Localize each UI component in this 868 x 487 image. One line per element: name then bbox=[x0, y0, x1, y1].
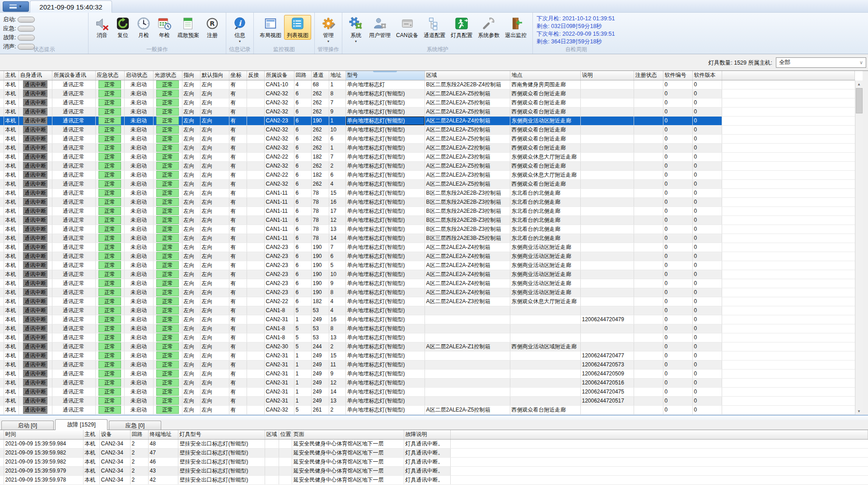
user-manage-button[interactable]: 用户管理 bbox=[366, 15, 393, 40]
cell-register-state[interactable] bbox=[634, 387, 663, 396]
cell-host[interactable]: 本机 bbox=[4, 243, 19, 252]
cell-model[interactable]: 单向地埋标志灯(智能型) bbox=[345, 333, 425, 342]
cell-light-state[interactable]: 正常 bbox=[153, 234, 182, 243]
cell-emergency-state[interactable]: 正常 bbox=[95, 215, 124, 225]
system-button[interactable]: 系统 ▼ bbox=[345, 15, 366, 43]
lamp-config-button[interactable]: 灯具配置 bbox=[448, 15, 475, 40]
cell-note[interactable] bbox=[580, 161, 634, 170]
cell-start-state[interactable]: 未启动 bbox=[124, 315, 153, 324]
table-row[interactable]: 本机通讯中断通讯正常正常未启动正常左向左向有CAN2-2361909单向地埋标志… bbox=[0, 279, 855, 288]
cell-software-version[interactable]: 0 bbox=[692, 243, 722, 252]
column-header-loop[interactable]: 回路 bbox=[294, 71, 311, 80]
cell-software-no[interactable]: 0 bbox=[663, 387, 692, 396]
cell-device-comm[interactable]: 通讯正常 bbox=[52, 134, 95, 143]
cell-software-version[interactable]: 0 bbox=[692, 270, 722, 279]
cell-direction[interactable]: 左向 bbox=[182, 333, 200, 342]
cell-light-state[interactable]: 正常 bbox=[153, 225, 182, 234]
cell-coordinate[interactable]: 有 bbox=[229, 98, 247, 107]
cell-software-version[interactable]: 0 bbox=[692, 179, 722, 188]
cell-direction[interactable]: 左向 bbox=[182, 243, 200, 252]
cell-model[interactable]: 单向地埋标志灯(智能型) bbox=[345, 134, 425, 143]
cell-reverse[interactable] bbox=[247, 360, 264, 369]
cell-software-version[interactable]: 0 bbox=[692, 197, 722, 206]
cell-channel[interactable]: 190 bbox=[311, 243, 329, 252]
cell-loop[interactable]: 1 bbox=[294, 378, 311, 387]
cell-software-no[interactable]: 0 bbox=[663, 225, 692, 234]
cell-software-version[interactable]: 0 bbox=[692, 369, 722, 378]
cell-channel[interactable]: 249 bbox=[311, 396, 329, 405]
cell-note[interactable] bbox=[580, 134, 634, 143]
cell-reverse[interactable] bbox=[247, 234, 264, 243]
column-header-loop[interactable]: 回路 bbox=[130, 430, 148, 439]
cell-light-state[interactable]: 正常 bbox=[153, 369, 182, 378]
cell-software-no[interactable]: 0 bbox=[663, 369, 692, 378]
cell-channel[interactable]: 262 bbox=[311, 161, 329, 170]
fault-row[interactable]: 2021-09-09 15:39:59.984本机CAN2-34248壁挂安全出… bbox=[0, 439, 868, 448]
cell-model[interactable]: 单向地埋标志灯(智能型) bbox=[345, 306, 425, 315]
cell-coordinate[interactable]: 有 bbox=[229, 387, 247, 396]
cell-light-state[interactable]: 正常 bbox=[153, 288, 182, 297]
cell-address[interactable]: 14 bbox=[329, 387, 345, 396]
cell-channel[interactable]: 182 bbox=[311, 152, 329, 161]
table-row[interactable]: 本机通讯中断通讯正常正常未启动正常左向左向有CAN2-3262629单向地埋标志… bbox=[0, 107, 855, 116]
cell-device[interactable]: CAN1-8 bbox=[264, 333, 294, 342]
cell-self-comm[interactable]: 通讯中断 bbox=[19, 324, 52, 333]
table-row[interactable]: 本机通讯中断通讯正常正常未启动正常左向左向有CAN1-1167817单向地埋标志… bbox=[0, 206, 855, 215]
cell-location[interactable]: 东侧商业活动区附近走廊 bbox=[510, 279, 580, 288]
cell-time[interactable]: 2021-09-09 15:39:59.984 bbox=[4, 439, 83, 448]
cell-software-no[interactable]: 0 bbox=[663, 179, 692, 188]
cell-software-no[interactable]: 0 bbox=[663, 107, 692, 116]
cell-emergency-state[interactable]: 正常 bbox=[95, 143, 124, 152]
cell-device-comm[interactable]: 通讯正常 bbox=[52, 342, 95, 351]
cell-channel[interactable]: 249 bbox=[311, 387, 329, 396]
cell-model[interactable]: 单向地埋标志灯(智能型) bbox=[345, 206, 425, 215]
column-header-channel[interactable]: 通道 bbox=[311, 71, 329, 80]
table-row[interactable]: 本机通讯中断通讯正常正常未启动正常左向左向有CAN1-85534单向地埋标志灯(… bbox=[0, 306, 855, 315]
cell-direction[interactable]: 左向 bbox=[182, 297, 200, 306]
scroll-down-arrow[interactable]: ▼ bbox=[855, 407, 863, 415]
cell-model[interactable]: 单向地埋标志灯(智能型) bbox=[345, 170, 425, 179]
cell-register-state[interactable] bbox=[634, 225, 663, 234]
cell-coordinate[interactable]: 有 bbox=[229, 170, 247, 179]
column-header-terminal-address[interactable]: 终端地址 bbox=[148, 430, 178, 439]
cell-device[interactable]: CAN2-31 bbox=[264, 387, 294, 396]
cell-device[interactable]: CAN1-11 bbox=[264, 215, 294, 225]
cell-emergency-state[interactable]: 正常 bbox=[95, 252, 124, 261]
cell-default-direction[interactable]: 左向 bbox=[200, 206, 229, 215]
cell-default-direction[interactable]: 左向 bbox=[200, 261, 229, 270]
cell-default-direction[interactable]: 左向 bbox=[200, 116, 229, 125]
cell-direction[interactable]: 左向 bbox=[182, 89, 200, 98]
cell-software-version[interactable]: 0 bbox=[692, 351, 722, 360]
cell-address[interactable]: 4 bbox=[329, 306, 345, 315]
cell-coordinate[interactable]: 有 bbox=[229, 270, 247, 279]
cell-software-version[interactable]: 0 bbox=[692, 89, 722, 98]
cell-reverse[interactable] bbox=[247, 333, 264, 342]
cell-area[interactable] bbox=[425, 351, 510, 360]
cell-note[interactable]: 12006244720573 bbox=[580, 360, 634, 369]
cell-default-direction[interactable]: 左向 bbox=[200, 360, 229, 369]
cell-area[interactable]: A区二层2ALE2A-Z4控制箱 bbox=[425, 243, 510, 252]
table-row[interactable]: 本机通讯中断通讯正常正常未启动正常左向左向有CAN2-31124911单向地埋标… bbox=[0, 360, 855, 369]
cell-direction[interactable]: 左向 bbox=[182, 387, 200, 396]
cell-device-comm[interactable]: 通讯正常 bbox=[52, 369, 95, 378]
cell-direction[interactable]: 左向 bbox=[182, 315, 200, 324]
monthly-check-button[interactable]: 月检 bbox=[133, 15, 154, 40]
cell-light-state[interactable]: 正常 bbox=[153, 197, 182, 206]
cell-self-comm[interactable]: 通讯中断 bbox=[19, 288, 52, 297]
cell-emergency-state[interactable]: 正常 bbox=[95, 125, 124, 134]
cell-software-version[interactable]: 0 bbox=[692, 360, 722, 369]
cell-note[interactable] bbox=[580, 80, 634, 89]
table-row[interactable]: 本机通讯中断通讯正常正常未启动正常左向左向有CAN2-31124915单向地埋标… bbox=[0, 351, 855, 360]
cell-start-state[interactable]: 未启动 bbox=[124, 351, 153, 360]
cell-location[interactable]: 东北看台的北侧走廊 bbox=[510, 197, 580, 206]
cell-device[interactable]: CAN2-32 bbox=[264, 134, 294, 143]
cell-lamp-model[interactable]: 壁挂安全出口标志灯(智能型) bbox=[178, 475, 265, 484]
cell-direction[interactable]: 左向 bbox=[182, 378, 200, 387]
cell-location[interactable]: 东侧观众休息大厅附近走廊 bbox=[510, 170, 580, 179]
cell-device[interactable]: CAN2-32 bbox=[264, 143, 294, 152]
cell-self-comm[interactable]: 通讯中断 bbox=[19, 80, 52, 89]
cell-self-comm[interactable]: 通讯中断 bbox=[19, 297, 52, 306]
cell-location[interactable] bbox=[510, 396, 580, 405]
cell-host[interactable]: 本机 bbox=[4, 297, 19, 306]
cell-lamp-model[interactable]: 壁挂安全出口标志灯(智能型) bbox=[178, 448, 265, 457]
